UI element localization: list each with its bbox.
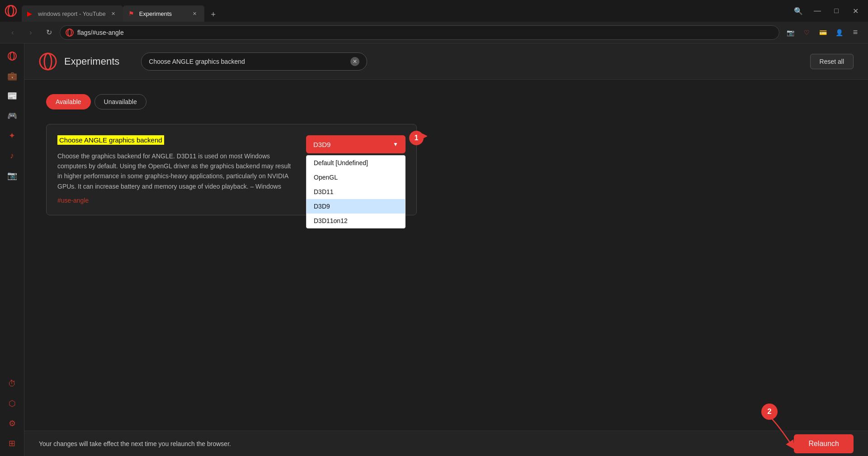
dropdown-option-default[interactable]: Default [Undefined] xyxy=(307,156,405,170)
wallet-icon: 💳 xyxy=(819,29,827,36)
briefcase-icon: 💼 xyxy=(7,71,17,81)
close-button[interactable]: ✕ xyxy=(846,4,864,18)
new-tab-icon: + xyxy=(211,10,216,19)
dropdown-button[interactable]: D3D9 ▼ xyxy=(306,135,406,153)
titlebar-left: ▶ windows report - YouTube ✕ ⚑ Experimen… xyxy=(0,0,789,22)
tab-experiments[interactable]: ⚑ Experiments ✕ xyxy=(123,5,204,22)
svg-point-2 xyxy=(66,29,73,36)
experiments-header: Experiments ✕ Reset all xyxy=(24,43,868,80)
sidebar-item-recent[interactable]: ⏱ xyxy=(3,375,21,393)
sidebar-item-3d[interactable]: ⬡ xyxy=(3,394,21,413)
tab-experiments-close[interactable]: ✕ xyxy=(191,10,199,18)
3d-icon: ⬡ xyxy=(9,399,16,408)
bottom-message: Your changes will take effect the next t… xyxy=(39,440,231,447)
sidebar-item-briefcase[interactable]: 💼 xyxy=(3,67,21,85)
svg-point-6 xyxy=(40,53,56,70)
window-controls: 🔍 — □ ✕ xyxy=(789,4,868,18)
dropdown-option-d3d11on12[interactable]: D3D11on12 xyxy=(307,214,405,228)
sidebar-item-opera[interactable] xyxy=(3,47,21,65)
minimize-button[interactable]: — xyxy=(808,4,826,18)
menu-icon: ≡ xyxy=(853,28,858,37)
heart-icon: ♡ xyxy=(804,29,810,36)
experiment-title: Choose ANGLE graphics backend xyxy=(57,135,164,145)
sidebar-item-news[interactable]: 📰 xyxy=(3,87,21,105)
reset-all-button[interactable]: Reset all xyxy=(810,54,854,69)
minimize-icon: — xyxy=(814,7,821,15)
forward-button[interactable]: › xyxy=(24,25,38,40)
search-input[interactable] xyxy=(149,58,347,65)
wallet-button[interactable]: 💳 xyxy=(816,25,830,40)
games-icon: 🎮 xyxy=(7,111,17,121)
dropdown-option-d3d11[interactable]: D3D11 xyxy=(307,185,405,199)
bottom-bar: Your changes will take effect the next t… xyxy=(24,431,868,456)
youtube-favicon: ▶ xyxy=(27,10,34,17)
search-button[interactable]: 🔍 xyxy=(789,4,807,18)
forward-icon: › xyxy=(29,28,32,37)
camera-button[interactable]: 📷 xyxy=(783,25,797,40)
address-bar[interactable]: flags/#use-angle xyxy=(60,25,779,40)
svg-point-0 xyxy=(5,5,16,16)
music-icon: ♪ xyxy=(10,151,14,161)
opera-logo-small xyxy=(66,28,74,37)
search-clear-button[interactable]: ✕ xyxy=(350,57,359,66)
sidebar-item-music[interactable]: ♪ xyxy=(3,147,21,165)
filter-tab-available[interactable]: Available xyxy=(46,94,91,109)
profile-button[interactable]: 👤 xyxy=(832,25,846,40)
dropdown-option-opengl[interactable]: OpenGL xyxy=(307,170,405,185)
content-area: Experiments ✕ Reset all Available Unavai… xyxy=(24,43,868,456)
opera-menu-button[interactable] xyxy=(0,0,22,22)
tabs-container: ▶ windows report - YouTube ✕ ⚑ Experimen… xyxy=(22,0,221,22)
sidebar: 💼 📰 🎮 ✦ ♪ 📷 ⏱ ⬡ ⚙ ⊞ xyxy=(0,43,24,456)
svg-point-7 xyxy=(44,53,52,70)
back-button[interactable]: ‹ xyxy=(5,25,20,40)
titlebar: ▶ windows report - YouTube ✕ ⚑ Experimen… xyxy=(0,0,868,22)
sidebar-item-ai[interactable]: ✦ xyxy=(3,127,21,145)
svg-point-1 xyxy=(8,5,14,16)
relaunch-button[interactable]: Relaunch xyxy=(794,434,854,453)
navbar: ‹ › ↻ flags/#use-angle 📷 ♡ 💳 👤 ≡ xyxy=(0,22,868,43)
recent-icon: ⏱ xyxy=(8,379,16,389)
refresh-icon: ↻ xyxy=(46,28,52,37)
sidebar-item-settings[interactable]: ⚙ xyxy=(3,414,21,432)
svg-point-3 xyxy=(68,29,71,36)
new-tab-button[interactable]: + xyxy=(206,7,221,22)
menu-button[interactable]: ≡ xyxy=(848,25,863,40)
tab-youtube-title: windows report - YouTube xyxy=(38,10,106,17)
sidebar-item-snapshots[interactable]: 📷 xyxy=(3,166,21,185)
filter-tabs: Available Unavailable xyxy=(46,94,846,109)
snapshots-icon: 📷 xyxy=(7,171,17,180)
extensions-icon: ⊞ xyxy=(9,438,15,448)
experiments-favicon: ⚑ xyxy=(128,10,136,17)
svg-point-4 xyxy=(8,52,16,60)
maximize-icon: □ xyxy=(834,7,839,15)
dropdown-option-d3d9[interactable]: D3D9 xyxy=(307,199,405,214)
experiment-card: Choose ANGLE graphics backend Choose the… xyxy=(46,124,417,215)
news-icon: 📰 xyxy=(7,91,17,101)
annotation-circle-1: 1 xyxy=(409,131,424,145)
dropdown-value: D3D9 xyxy=(313,141,330,148)
sidebar-item-extensions[interactable]: ⊞ xyxy=(3,434,21,452)
close-icon: ✕ xyxy=(853,7,859,15)
tab-youtube[interactable]: ▶ windows report - YouTube ✕ xyxy=(22,5,123,22)
profile-icon: 👤 xyxy=(835,29,843,36)
tab-experiments-title: Experiments xyxy=(139,10,187,17)
sidebar-item-games[interactable]: 🎮 xyxy=(3,107,21,125)
refresh-button[interactable]: ↻ xyxy=(42,25,56,40)
settings-icon: ⚙ xyxy=(9,418,16,428)
experiments-logo xyxy=(39,52,57,71)
experiment-title-wrapper: Choose ANGLE graphics backend xyxy=(57,135,295,146)
maximize-button[interactable]: □ xyxy=(827,4,845,18)
dropdown-menu: Default [Undefined] OpenGL D3D11 D3D9 D3… xyxy=(306,155,406,228)
back-icon: ‹ xyxy=(11,28,14,37)
experiment-link[interactable]: #use-angle xyxy=(57,197,295,204)
search-box[interactable]: ✕ xyxy=(141,52,367,71)
experiments-content: Available Unavailable Choose ANGLE graph… xyxy=(24,80,868,230)
experiment-control: D3D9 ▼ Default [Undefined] OpenGL D3D11 … xyxy=(306,135,406,204)
search-icon: 🔍 xyxy=(794,7,803,15)
camera-icon: 📷 xyxy=(787,29,794,36)
heart-button[interactable]: ♡ xyxy=(799,25,814,40)
tab-youtube-close[interactable]: ✕ xyxy=(109,10,118,18)
experiment-info: Choose ANGLE graphics backend Choose the… xyxy=(57,135,295,204)
filter-tab-unavailable[interactable]: Unavailable xyxy=(94,94,146,109)
dropdown-arrow-icon: ▼ xyxy=(393,141,398,147)
